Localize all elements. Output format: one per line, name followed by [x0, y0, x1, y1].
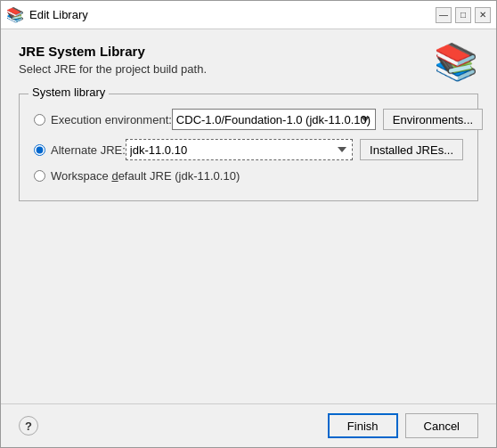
title-bar-controls: — □ ✕ — [436, 7, 491, 23]
group-label: System library — [29, 86, 109, 99]
title-bar: 📚 Edit Library — □ ✕ — [1, 1, 496, 29]
help-button[interactable]: ? — [19, 416, 38, 436]
window-icon: 📚 — [6, 6, 24, 23]
header-text: JRE System Library Select JRE for the pr… — [19, 44, 425, 76]
alternate-jre-radio[interactable] — [34, 144, 45, 156]
window-title: Edit Library — [29, 8, 436, 21]
alternate-jre-dropdown-group: jdk-11.0.10 Installed JREs... — [126, 139, 463, 160]
alternate-jre-text: Alternate JRE: — [51, 143, 126, 157]
alternate-jre-label[interactable]: Alternate JRE: — [34, 143, 126, 157]
main-content: JRE System Library Select JRE for the pr… — [1, 29, 496, 403]
workspace-jre-text: Workspace default JRE (jdk-11.0.10) — [51, 169, 240, 183]
edit-library-window: 📚 Edit Library — □ ✕ JRE System Library … — [0, 0, 497, 448]
system-library-group: System library Execution environment: CD… — [19, 94, 478, 201]
workspace-jre-label[interactable]: Workspace default JRE (jdk-11.0.10) — [34, 169, 240, 183]
header-title: JRE System Library — [19, 44, 425, 59]
cancel-button[interactable]: Cancel — [405, 413, 478, 438]
alternate-jre-row: Alternate JRE: jdk-11.0.10 Installed JRE… — [34, 139, 463, 160]
alternate-jre-dropdown[interactable]: jdk-11.0.10 — [126, 139, 353, 160]
execution-env-text: Execution environment: — [51, 113, 172, 126]
workspace-jre-row: Workspace default JRE (jdk-11.0.10) — [34, 169, 463, 183]
maximize-button[interactable]: □ — [455, 7, 471, 23]
execution-env-dropdown-group: CDC-1.0/Foundation-1.0 (jdk-11.0.10) Env… — [172, 109, 483, 130]
footer: ? Finish Cancel — [1, 403, 496, 447]
close-button[interactable]: ✕ — [475, 7, 491, 23]
header-subtitle: Select JRE for the project build path. — [19, 62, 425, 76]
execution-env-radio[interactable] — [34, 114, 45, 126]
execution-env-label[interactable]: Execution environment: — [34, 113, 172, 126]
execution-env-dropdown[interactable]: CDC-1.0/Foundation-1.0 (jdk-11.0.10) — [172, 109, 376, 130]
workspace-jre-radio[interactable] — [34, 170, 45, 182]
finish-button[interactable]: Finish — [328, 413, 398, 438]
content-spacer — [19, 212, 478, 393]
footer-buttons: Finish Cancel — [328, 413, 478, 438]
execution-env-row: Execution environment: CDC-1.0/Foundatio… — [34, 109, 463, 130]
footer-left: ? — [19, 416, 38, 436]
minimize-button[interactable]: — — [436, 7, 452, 23]
header-icon: 📚 — [434, 44, 478, 79]
installed-jres-button[interactable]: Installed JREs... — [360, 139, 463, 160]
environments-button[interactable]: Environments... — [383, 109, 483, 130]
header-section: JRE System Library Select JRE for the pr… — [19, 44, 478, 79]
